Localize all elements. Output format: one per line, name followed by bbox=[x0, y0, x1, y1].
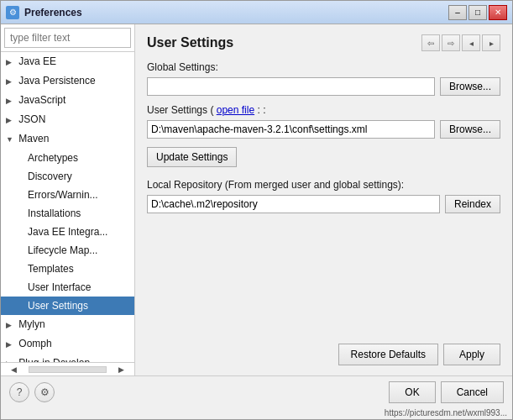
arrow-icon: ▶ bbox=[6, 74, 16, 89]
window-title: Preferences bbox=[24, 7, 448, 18]
user-settings-label: User Settings ( open file : : bbox=[147, 104, 500, 116]
back-button[interactable]: ⇦ bbox=[421, 34, 440, 51]
window-icon: ⚙ bbox=[6, 6, 19, 19]
sidebar-search-bar bbox=[1, 24, 134, 52]
sidebar-item-java-ee-integra[interactable]: Java EE Integra... bbox=[1, 223, 134, 241]
sidebar-item-mylyn[interactable]: ▶ Mylyn bbox=[1, 315, 134, 334]
forward-icon: ⇨ bbox=[448, 39, 454, 48]
sidebar-item-user-settings[interactable]: User Settings bbox=[1, 297, 134, 315]
sidebar-scroll-bar: ◀ ▶ bbox=[1, 362, 134, 375]
status-url: https://picturesdm.net/wxml993... bbox=[385, 408, 507, 417]
restore-defaults-button[interactable]: Restore Defaults bbox=[338, 344, 438, 365]
reindex-button[interactable]: Reindex bbox=[445, 195, 500, 213]
search-input[interactable] bbox=[4, 28, 131, 48]
main-panel: User Settings ⇦ ⇨ ◂ ▸ Glo bbox=[135, 24, 512, 375]
global-browse-button[interactable]: Browse... bbox=[440, 77, 500, 96]
next-icon: ▸ bbox=[489, 39, 494, 48]
apply-button[interactable]: Apply bbox=[443, 344, 500, 365]
sidebar-item-json[interactable]: ▶ JSON bbox=[1, 110, 134, 129]
sidebar-item-user-interface[interactable]: User Interface bbox=[1, 278, 134, 297]
scroll-right-btn[interactable]: ▶ bbox=[108, 365, 134, 374]
sidebar-item-label: Java Persistence bbox=[18, 75, 95, 87]
global-settings-label: Global Settings: bbox=[147, 61, 500, 73]
sidebar-item-label: Oomph bbox=[18, 338, 51, 349]
sidebar-item-label: Mylyn bbox=[18, 318, 44, 330]
ok-button[interactable]: OK bbox=[389, 381, 435, 403]
window-controls: – □ ✕ bbox=[448, 5, 507, 20]
sidebar-item-errors-warnings[interactable]: Errors/Warnin... bbox=[1, 186, 134, 204]
scroll-left-btn[interactable]: ◀ bbox=[1, 365, 27, 374]
arrow-icon: ▶ bbox=[6, 356, 16, 362]
sidebar-item-oomph[interactable]: ▶ Oomph bbox=[1, 334, 134, 354]
bottom-left: ? ⚙ bbox=[9, 382, 55, 402]
next-button[interactable]: ▸ bbox=[482, 34, 500, 51]
sidebar-item-label: Lifecycle Map... bbox=[28, 244, 97, 256]
panel-header: User Settings ⇦ ⇨ ◂ ▸ bbox=[147, 34, 500, 51]
sidebar-item-java-persistence[interactable]: ▶ Java Persistence bbox=[1, 71, 134, 91]
maximize-button[interactable]: □ bbox=[469, 5, 487, 20]
bottom-bar: ? ⚙ OK Cancel bbox=[1, 375, 512, 408]
local-repo-row: Reindex bbox=[147, 195, 500, 213]
prev-icon: ◂ bbox=[469, 39, 474, 48]
arrow-icon: ▶ bbox=[6, 113, 16, 128]
sidebar-item-label: Discovery bbox=[28, 171, 72, 182]
sidebar-item-label: JavaScript bbox=[18, 94, 65, 106]
sidebar-item-maven[interactable]: ▼ Maven bbox=[1, 129, 134, 149]
sidebar: ▶ Java EE ▶ Java Persistence ▶ JavaScrip… bbox=[1, 24, 135, 375]
update-settings-button[interactable]: Update Settings bbox=[147, 147, 237, 167]
user-browse-button[interactable]: Browse... bbox=[440, 120, 500, 139]
sidebar-item-label: Java EE Integra... bbox=[28, 226, 107, 238]
sidebar-item-javascript[interactable]: ▶ JavaScript bbox=[1, 91, 134, 110]
local-repo-label: Local Repository (From merged user and g… bbox=[147, 179, 500, 191]
forward-button[interactable]: ⇨ bbox=[442, 34, 460, 51]
title-bar: ⚙ Preferences – □ ✕ bbox=[1, 1, 512, 24]
global-settings-input[interactable] bbox=[147, 77, 435, 96]
sidebar-item-label: Java EE bbox=[18, 55, 56, 67]
sidebar-item-plug-in-develop[interactable]: ▶ Plug-in Develop... bbox=[1, 354, 134, 362]
status-bar: https://picturesdm.net/wxml993... bbox=[1, 408, 512, 419]
sidebar-tree: ▶ Java EE ▶ Java Persistence ▶ JavaScrip… bbox=[1, 52, 134, 362]
bottom-right: OK Cancel bbox=[389, 381, 504, 403]
sidebar-item-label: Archetypes bbox=[28, 152, 78, 164]
prev-button[interactable]: ◂ bbox=[462, 34, 480, 51]
sidebar-item-label: JSON bbox=[18, 113, 45, 125]
sidebar-item-installations[interactable]: Installations bbox=[1, 204, 134, 223]
minimize-button[interactable]: – bbox=[448, 5, 467, 20]
sidebar-item-label: User Settings bbox=[28, 300, 88, 312]
settings-button[interactable]: ⚙ bbox=[34, 382, 55, 402]
arrow-icon: ▶ bbox=[6, 318, 16, 333]
user-settings-row: Browse... bbox=[147, 120, 500, 139]
sidebar-item-label: Templates bbox=[28, 263, 74, 275]
back-icon: ⇦ bbox=[427, 39, 434, 48]
sidebar-item-templates[interactable]: Templates bbox=[1, 260, 134, 278]
sidebar-item-label: Maven bbox=[18, 133, 49, 144]
restore-apply-row: Restore Defaults Apply bbox=[147, 344, 500, 365]
sidebar-item-label: Errors/Warnin... bbox=[28, 189, 98, 201]
sidebar-item-label: User Interface bbox=[28, 281, 91, 293]
cancel-button[interactable]: Cancel bbox=[441, 381, 504, 403]
open-file-link[interactable]: open file bbox=[217, 104, 254, 116]
global-settings-row: Browse... bbox=[147, 77, 500, 96]
local-repo-input[interactable] bbox=[147, 195, 440, 213]
preferences-window: ⚙ Preferences – □ ✕ ▶ Java EE ▶ Java bbox=[0, 0, 513, 420]
spacer bbox=[147, 222, 500, 337]
sidebar-item-archetypes[interactable]: Archetypes bbox=[1, 149, 134, 167]
sidebar-item-java-ee[interactable]: ▶ Java EE bbox=[1, 52, 134, 71]
main-content: ▶ Java EE ▶ Java Persistence ▶ JavaScrip… bbox=[1, 24, 512, 375]
help-button[interactable]: ? bbox=[9, 382, 29, 402]
sidebar-item-label: Installations bbox=[28, 207, 81, 219]
panel-title: User Settings bbox=[147, 35, 233, 50]
arrow-icon: ▶ bbox=[6, 337, 16, 352]
arrow-icon: ▶ bbox=[6, 55, 16, 70]
arrow-icon: ▶ bbox=[6, 93, 16, 108]
arrow-icon: ▼ bbox=[6, 132, 16, 147]
sidebar-item-discovery[interactable]: Discovery bbox=[1, 167, 134, 186]
sidebar-item-lifecycle-map[interactable]: Lifecycle Map... bbox=[1, 241, 134, 260]
close-button[interactable]: ✕ bbox=[489, 5, 507, 20]
update-settings-wrapper: Update Settings bbox=[147, 147, 500, 179]
user-settings-input[interactable] bbox=[147, 120, 435, 139]
panel-toolbar: ⇦ ⇨ ◂ ▸ bbox=[421, 34, 500, 51]
